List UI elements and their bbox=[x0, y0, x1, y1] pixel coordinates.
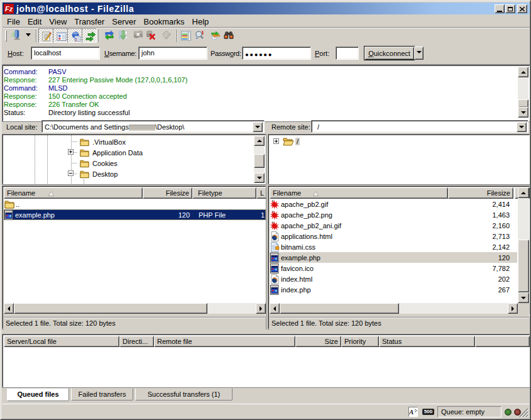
svg-text:Fz: Fz bbox=[5, 5, 13, 13]
svg-text:A: A bbox=[409, 408, 413, 416]
